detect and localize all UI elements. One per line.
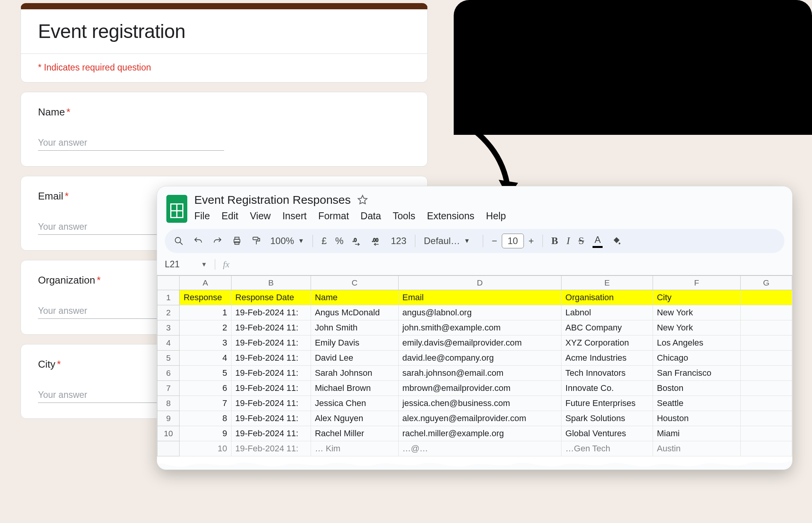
cell[interactable]: [740, 396, 792, 411]
menu-tools[interactable]: Tools: [393, 210, 415, 222]
bold-button[interactable]: B: [551, 235, 558, 247]
font-size-input[interactable]: 10: [502, 234, 524, 248]
cell[interactable]: Email: [398, 290, 561, 305]
select-all-corner[interactable]: [157, 276, 180, 290]
row-header[interactable]: 3: [157, 320, 180, 335]
cell[interactable]: Name: [311, 290, 398, 305]
cell[interactable]: 2: [180, 320, 231, 335]
cell[interactable]: 19-Feb-2024 11:: [231, 441, 311, 456]
redo-icon[interactable]: [212, 236, 223, 246]
zoom-select[interactable]: 100%▼: [270, 236, 304, 246]
decrease-decimal-icon[interactable]: .0: [352, 236, 363, 246]
text-color-button[interactable]: A: [593, 234, 603, 248]
cell[interactable]: Future Enterprises: [561, 396, 653, 411]
cell[interactable]: Emily Davis: [311, 335, 398, 351]
fill-color-icon[interactable]: [611, 236, 622, 246]
cell[interactable]: [740, 290, 792, 305]
cell[interactable]: Los Angeles: [653, 335, 740, 351]
cell[interactable]: angus@labnol.org: [398, 305, 561, 320]
menu-view[interactable]: View: [250, 210, 271, 222]
number-format-button[interactable]: 123: [391, 236, 406, 246]
name-input[interactable]: [38, 135, 224, 151]
currency-format-button[interactable]: £: [321, 236, 327, 246]
cell[interactable]: Acme Industries: [561, 351, 653, 366]
cell[interactable]: Houston: [653, 411, 740, 426]
menu-file[interactable]: File: [194, 210, 210, 222]
cell[interactable]: [740, 411, 792, 426]
cell[interactable]: ABC Company: [561, 320, 653, 335]
cell[interactable]: 4: [180, 351, 231, 366]
cell[interactable]: Jessica Chen: [311, 396, 398, 411]
cell[interactable]: Innovate Co.: [561, 381, 653, 396]
row-header[interactable]: 5: [157, 351, 180, 366]
column-header[interactable]: C: [311, 276, 398, 290]
cell[interactable]: …@…: [398, 441, 561, 456]
cell[interactable]: john.smith@example.com: [398, 320, 561, 335]
cell[interactable]: City: [653, 290, 740, 305]
cell[interactable]: Response Date: [231, 290, 311, 305]
cell[interactable]: 19-Feb-2024 11:: [231, 335, 311, 351]
cell[interactable]: John Smith: [311, 320, 398, 335]
row-header[interactable]: 7: [157, 381, 180, 396]
cell[interactable]: Alex Nguyen: [311, 411, 398, 426]
print-icon[interactable]: [232, 236, 242, 246]
cell[interactable]: alex.nguyen@emailprovider.com: [398, 411, 561, 426]
cell[interactable]: 10: [180, 441, 231, 456]
cell[interactable]: Miami: [653, 426, 740, 441]
cell[interactable]: [740, 366, 792, 381]
search-icon[interactable]: [173, 236, 184, 246]
menu-insert[interactable]: Insert: [282, 210, 307, 222]
cell[interactable]: Global Ventures: [561, 426, 653, 441]
cell[interactable]: Seattle: [653, 396, 740, 411]
column-header[interactable]: E: [561, 276, 653, 290]
row-header[interactable]: 6: [157, 366, 180, 381]
menu-extensions[interactable]: Extensions: [427, 210, 474, 222]
cell[interactable]: Spark Solutions: [561, 411, 653, 426]
cell[interactable]: 7: [180, 396, 231, 411]
cell[interactable]: New York: [653, 320, 740, 335]
paint-format-icon[interactable]: [251, 236, 262, 246]
cell[interactable]: Angus McDonald: [311, 305, 398, 320]
cell[interactable]: …Gen Tech: [561, 441, 653, 456]
cell[interactable]: Rachel Miller: [311, 426, 398, 441]
cell[interactable]: Boston: [653, 381, 740, 396]
column-header[interactable]: B: [231, 276, 311, 290]
cell[interactable]: Organisation: [561, 290, 653, 305]
cell[interactable]: [740, 426, 792, 441]
cell[interactable]: … Kim: [311, 441, 398, 456]
row-header[interactable]: 1: [157, 290, 180, 305]
cell[interactable]: New York: [653, 305, 740, 320]
cell[interactable]: 9: [180, 426, 231, 441]
italic-button[interactable]: I: [567, 235, 570, 247]
menu-edit[interactable]: Edit: [221, 210, 238, 222]
strikethrough-button[interactable]: S: [579, 235, 584, 247]
cell[interactable]: [740, 320, 792, 335]
row-header[interactable]: 10: [157, 426, 180, 441]
row-header[interactable]: 2: [157, 305, 180, 320]
cell[interactable]: rachel.miller@example.org: [398, 426, 561, 441]
cell[interactable]: Austin: [653, 441, 740, 456]
cell[interactable]: 19-Feb-2024 11:: [231, 305, 311, 320]
cell[interactable]: 19-Feb-2024 11:: [231, 426, 311, 441]
cell[interactable]: 19-Feb-2024 11:: [231, 381, 311, 396]
cell[interactable]: Tech Innovators: [561, 366, 653, 381]
cell[interactable]: sarah.johnson@email.com: [398, 366, 561, 381]
cell[interactable]: 19-Feb-2024 11:: [231, 411, 311, 426]
cell[interactable]: 19-Feb-2024 11:: [231, 320, 311, 335]
cell[interactable]: [740, 381, 792, 396]
cell[interactable]: 19-Feb-2024 11:: [231, 351, 311, 366]
cell[interactable]: 3: [180, 335, 231, 351]
cell[interactable]: 19-Feb-2024 11:: [231, 366, 311, 381]
cell[interactable]: [740, 441, 792, 456]
formula-bar-input[interactable]: [237, 258, 784, 271]
cell[interactable]: San Francisco: [653, 366, 740, 381]
menu-help[interactable]: Help: [486, 210, 506, 222]
cell[interactable]: Michael Brown: [311, 381, 398, 396]
column-header[interactable]: A: [180, 276, 231, 290]
undo-icon[interactable]: [193, 236, 204, 246]
star-icon[interactable]: [357, 194, 368, 205]
percent-format-button[interactable]: %: [335, 236, 344, 246]
cell[interactable]: 19-Feb-2024 11:: [231, 396, 311, 411]
cell[interactable]: emily.davis@emailprovider.com: [398, 335, 561, 351]
doc-name[interactable]: Event Registration Responses: [194, 193, 351, 206]
